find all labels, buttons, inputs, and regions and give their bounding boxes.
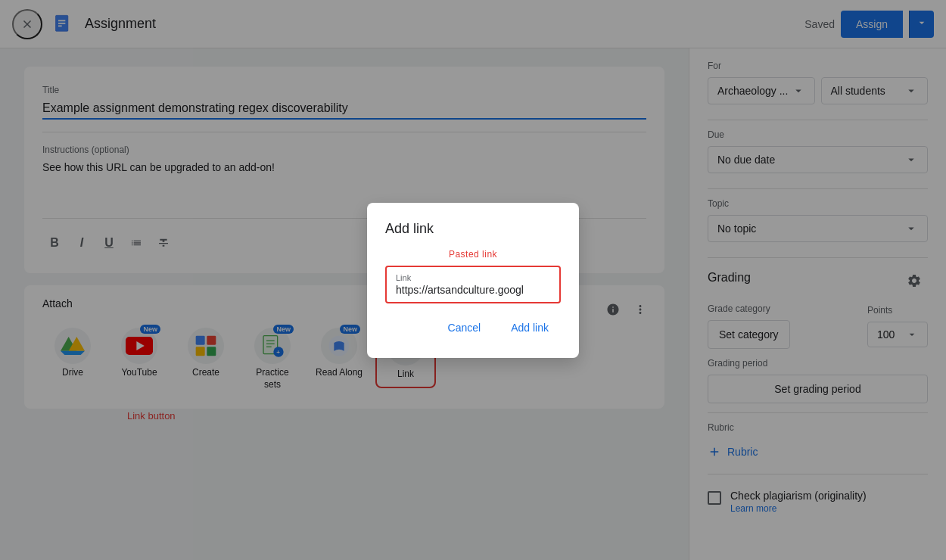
cancel-button[interactable]: Cancel <box>436 316 493 340</box>
link-field-label: Link <box>396 273 550 282</box>
add-link-button[interactable]: Add link <box>499 316 561 340</box>
add-link-modal: Add link Pasted link Link https://artsan… <box>367 203 579 358</box>
modal-actions: Cancel Add link <box>385 316 561 340</box>
link-field-wrap: Link https://artsandculture.googl <box>385 266 561 303</box>
modal-title: Add link <box>385 221 561 237</box>
link-field-value: https://artsandculture.googl <box>396 284 550 296</box>
pasted-link-label: Pasted link <box>385 249 561 260</box>
modal-overlay: Add link Pasted link Link https://artsan… <box>0 0 946 560</box>
